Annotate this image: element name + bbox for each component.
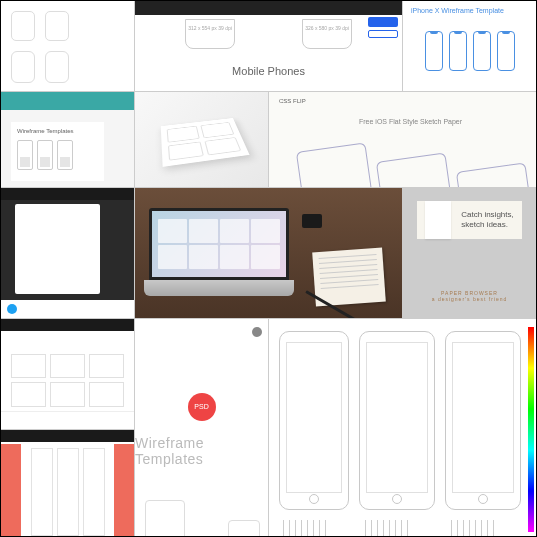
wireframe-cell xyxy=(50,354,85,379)
share-icon xyxy=(7,304,17,314)
wireframe-cell xyxy=(11,382,46,407)
thumbnail-ipads[interactable] xyxy=(269,319,536,537)
thumbnail-red-columns[interactable] xyxy=(1,430,134,537)
wireframe-cell xyxy=(89,354,124,379)
tablet-outline xyxy=(296,142,372,187)
margin-guide xyxy=(114,444,134,537)
margin-guide xyxy=(1,444,21,537)
thumbnail-watches[interactable] xyxy=(1,1,134,91)
phone-wireframe xyxy=(37,140,53,170)
footer-bar xyxy=(1,411,134,429)
tablet-outline xyxy=(456,162,532,187)
sidebar-actions xyxy=(368,17,398,87)
brand-label: CSS FLIP xyxy=(279,98,306,104)
template-title: iPhone X Wireframe Template xyxy=(411,7,504,14)
ruler-ticks xyxy=(365,520,408,536)
footer-bar xyxy=(1,300,134,318)
brand-subtitle: a designer's best friend xyxy=(432,296,508,302)
toolbar xyxy=(135,1,402,15)
watch-outline xyxy=(45,51,69,83)
description-text: Free iOS Flat Style Sketch Paper xyxy=(359,118,462,125)
tablet-outline xyxy=(376,152,452,187)
watch-outline xyxy=(11,51,35,83)
format-badge: PSD xyxy=(188,393,216,421)
section-title: Mobile Phones xyxy=(232,65,305,77)
notepad-icon xyxy=(425,201,451,239)
column-frame xyxy=(31,448,53,536)
toolbar xyxy=(1,430,134,442)
primary-button xyxy=(368,17,398,27)
thumbnail-templates-teal[interactable]: Wireframe Templates xyxy=(1,92,134,187)
laptop-screen xyxy=(149,208,289,280)
catch-insights-tile: Catch insights, sketch ideas. xyxy=(417,201,521,239)
thumbnail-stack-right[interactable]: Catch insights, sketch ideas. PAPER BROW… xyxy=(403,188,536,318)
ruler-ticks xyxy=(451,520,494,536)
iphone-outline xyxy=(449,31,467,71)
thumbnail-grid-wireframes[interactable] xyxy=(1,319,134,429)
phone-frame xyxy=(302,19,352,49)
thumbnail-mobile-phones[interactable]: 312 x 554 px 39 dpi 326 x 580 px 39 dpi … xyxy=(135,1,402,91)
column-frame xyxy=(83,448,105,536)
thumbnail-wireframe-templates[interactable]: PSD Wireframe Templates xyxy=(135,319,268,537)
column-frame xyxy=(57,448,79,536)
toolbar xyxy=(1,188,134,200)
laptop xyxy=(149,208,289,298)
phone-wireframe xyxy=(57,140,73,170)
phone-frame xyxy=(185,19,235,49)
thumbnail-laptop-desk[interactable] xyxy=(135,188,402,318)
thumbnail-paper-mockup[interactable] xyxy=(135,92,268,187)
thumbnail-ios-flat[interactable]: CSS FLIP Free iOS Flat Style Sketch Pape… xyxy=(269,92,536,187)
ipad-outline xyxy=(359,331,435,510)
wireframe-cell xyxy=(89,382,124,407)
avatar-icon xyxy=(252,327,262,337)
author-info xyxy=(252,327,262,339)
ruler-ticks xyxy=(283,520,326,536)
paper-sheet xyxy=(160,118,249,167)
secondary-button xyxy=(368,30,398,38)
camera-icon xyxy=(302,214,322,228)
dimension-label: 326 x 580 px 39 dpi xyxy=(302,25,352,31)
iphone-outline xyxy=(497,31,515,71)
device-outline xyxy=(228,520,260,537)
headline-line: Catch insights, xyxy=(461,210,513,219)
color-strip xyxy=(528,327,534,532)
headline-line: sketch ideas. xyxy=(461,220,508,229)
device-outline xyxy=(145,500,185,537)
wireframe-cell xyxy=(11,354,46,379)
iphone-outline xyxy=(473,31,491,71)
wireframe-cell xyxy=(50,382,85,407)
watch-outline xyxy=(45,11,69,41)
watch-outline xyxy=(11,11,35,41)
thumbnail-dark-editor[interactable] xyxy=(1,188,134,318)
iphone-outline xyxy=(425,31,443,71)
thumbnail-iphone-x[interactable]: iPhone X Wireframe Template xyxy=(403,1,536,91)
toolbar xyxy=(1,319,134,331)
window-frame xyxy=(15,204,100,294)
laptop-keyboard xyxy=(144,280,294,296)
dimension-label: 312 x 554 px 39 dpi xyxy=(185,25,235,31)
notebook xyxy=(312,248,386,307)
card-title: Wireframe Templates xyxy=(17,128,98,134)
ipad-outline xyxy=(445,331,521,510)
ipad-outline xyxy=(279,331,349,510)
phone-wireframe xyxy=(17,140,33,170)
template-title: Wireframe Templates xyxy=(135,435,268,467)
header-bar xyxy=(1,92,134,110)
browser-frame xyxy=(435,304,505,318)
